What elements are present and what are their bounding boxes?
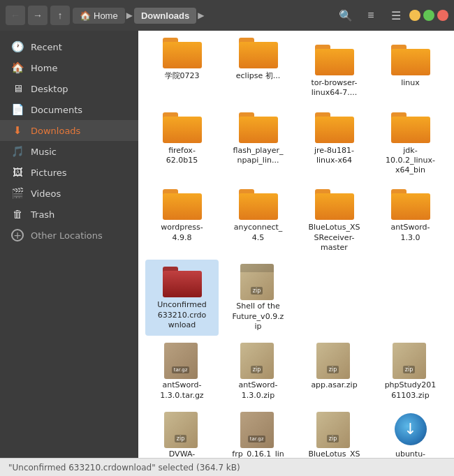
breadcrumb: 🏠 Home ▶ Downloads ▶ <box>73 8 332 24</box>
file-label: linux <box>401 78 420 88</box>
list-item[interactable]: zip phpStudy20161103.zip <box>374 339 447 405</box>
folder-icon <box>239 35 278 68</box>
folder-icon <box>315 42 354 75</box>
home-label: Home <box>94 10 118 21</box>
archive-icon: zip <box>393 343 429 379</box>
folder-icon <box>391 110 430 143</box>
maximize-button[interactable] <box>423 10 434 21</box>
menu-button[interactable]: ☰ <box>386 5 407 26</box>
sidebar-item-desktop[interactable]: 🖥 Desktop <box>0 78 138 99</box>
list-item[interactable]: flash_player_npapi_lin... <box>221 105 295 180</box>
file-area[interactable]: 学院0723 eclipse 初... tor-browser-linux64-… <box>138 31 454 458</box>
list-item[interactable]: zip antSword-1.3.0.zip <box>221 339 295 405</box>
file-label: DVWA-master.zip <box>156 449 209 458</box>
sidebar-item-pictures[interactable]: 🖼 Pictures <box>0 162 138 183</box>
archive-icon: zip <box>240 343 277 379</box>
home-icon: 🏠 <box>80 10 91 21</box>
view-options-button[interactable]: ≡ <box>360 5 381 26</box>
minimize-button[interactable] <box>409 10 420 21</box>
list-item[interactable]: firefox-62.0b15 <box>145 105 219 180</box>
sidebar-item-home[interactable]: 🏠 Home <box>0 57 138 78</box>
sidebar-label-downloads: Downloads <box>31 126 80 136</box>
file-label: antSword-1.3.0 <box>384 223 437 243</box>
folder-icon <box>163 110 202 143</box>
list-item[interactable]: tar.gz frp_0.16.1_linux_amd64.ta... <box>221 408 295 458</box>
file-label: jre-8u181-linux-x64 <box>308 146 361 166</box>
breadcrumb-separator: ▶ <box>126 10 133 20</box>
folder-icon <box>391 186 430 220</box>
files-grid: 学院0723 eclipse 初... tor-browser-linux64-… <box>145 38 447 458</box>
file-label: frp_0.16.1_linux_amd64.ta... <box>232 449 285 458</box>
sidebar-label-other: Other Locations <box>31 230 103 241</box>
sidebar-item-downloads[interactable]: ⬇ Downloads <box>0 120 138 141</box>
breadcrumb-current-label: Downloads <box>141 10 189 21</box>
archive-icon: zip <box>240 264 277 300</box>
folder-icon <box>391 42 430 75</box>
list-item[interactable]: wordpress-4.9.8 <box>145 182 219 257</box>
list-item[interactable]: ↓ ubuntu-16.04.5-server-a... <box>374 408 447 458</box>
sidebar: 🕐 Recent 🏠 Home 🖥 Desktop 📄 Documents ⬇ … <box>0 31 138 458</box>
breadcrumb-downloads[interactable]: Downloads <box>134 8 196 24</box>
list-item[interactable]: tar.gz antSword-1.3.0.tar.gz <box>145 339 219 405</box>
list-item[interactable]: tor-browser-linux64-7.... <box>298 38 371 103</box>
downloads-icon: ⬇ <box>11 124 24 137</box>
back-button[interactable]: ← <box>6 6 25 25</box>
toolbar-right: 🔍 ≡ ☰ <box>335 5 407 26</box>
list-item[interactable]: zip BlueLotus_XSSReceiver-master.... <box>298 408 371 458</box>
sidebar-label-trash: Trash <box>31 209 54 220</box>
file-label: tor-browser-linux64-7.... <box>308 78 361 98</box>
list-item[interactable]: Unconfirmed 633210.crdownload <box>145 260 219 336</box>
home-nav-icon: 🏠 <box>11 61 24 74</box>
sidebar-label-videos: Videos <box>31 188 61 199</box>
sidebar-item-videos[interactable]: 🎬 Videos <box>0 183 138 204</box>
sidebar-item-documents[interactable]: 📄 Documents <box>0 99 138 120</box>
sidebar-label-desktop: Desktop <box>31 84 68 94</box>
list-item[interactable]: BlueLotus_XSSReceiver-master <box>298 182 371 257</box>
trash-icon: 🗑 <box>11 208 24 221</box>
sidebar-label-documents: Documents <box>31 105 82 115</box>
sidebar-item-trash[interactable]: 🗑 Trash <box>0 204 138 225</box>
sidebar-label-music: Music <box>31 147 57 157</box>
folder-icon <box>239 110 278 143</box>
file-label: phpStudy20161103.zip <box>384 380 437 401</box>
sidebar-item-music[interactable]: 🎵 Music <box>0 141 138 162</box>
file-label: Unconfirmed 633210.crdownload <box>156 300 209 330</box>
close-button[interactable] <box>437 10 448 21</box>
list-item[interactable]: eclipse 初... <box>221 31 295 103</box>
forward-button[interactable]: → <box>28 6 47 25</box>
titlebar: ← → ↑ 🏠 Home ▶ Downloads ▶ 🔍 ≡ ☰ <box>0 0 454 31</box>
search-button[interactable]: 🔍 <box>335 5 356 26</box>
file-label: antSword-1.3.0.tar.gz <box>156 380 209 401</box>
sidebar-item-recent[interactable]: 🕐 Recent <box>0 36 138 57</box>
file-label: ubuntu-16.04.5-server-a... <box>384 449 437 458</box>
folder-icon <box>239 186 278 220</box>
file-label: wordpress-4.9.8 <box>156 223 209 243</box>
up-button[interactable]: ↑ <box>50 6 70 25</box>
list-item[interactable]: 学院0723 <box>145 31 219 103</box>
list-item[interactable]: anyconnect_4.5 <box>221 182 295 257</box>
archive-icon: zip <box>316 412 353 448</box>
folder-icon <box>163 35 202 68</box>
list-item[interactable]: linux <box>374 38 447 103</box>
folder-icon <box>163 186 202 220</box>
desktop-icon: 🖥 <box>11 82 24 95</box>
videos-icon: 🎬 <box>11 187 24 200</box>
sidebar-item-other-locations[interactable]: + Other Locations <box>0 225 138 246</box>
list-item[interactable]: zip DVWA-master.zip <box>145 408 219 458</box>
crdownload-icon <box>163 264 202 297</box>
archive-icon: zip <box>316 343 353 379</box>
file-label: jdk-10.0.2_linux-x64_bin <box>384 146 437 176</box>
archive-icon: tar.gz <box>164 343 200 379</box>
sidebar-label-pictures: Pictures <box>31 168 66 178</box>
list-item[interactable]: zip Shell of the Future_v0.9.zip <box>221 260 295 336</box>
folder-icon <box>315 186 354 220</box>
list-item[interactable]: jdk-10.0.2_linux-x64_bin <box>374 105 447 180</box>
list-item[interactable]: zip app.asar.zip <box>298 339 371 405</box>
add-icon: + <box>11 229 24 241</box>
pictures-icon: 🖼 <box>11 166 24 179</box>
breadcrumb-home[interactable]: 🏠 Home <box>73 8 125 24</box>
list-item[interactable]: jre-8u181-linux-x64 <box>298 105 371 180</box>
list-item[interactable]: antSword-1.3.0 <box>374 182 447 257</box>
file-label: firefox-62.0b15 <box>156 146 209 166</box>
statusbar: "Unconfirmed 633210.crdownload" selected… <box>0 458 454 476</box>
